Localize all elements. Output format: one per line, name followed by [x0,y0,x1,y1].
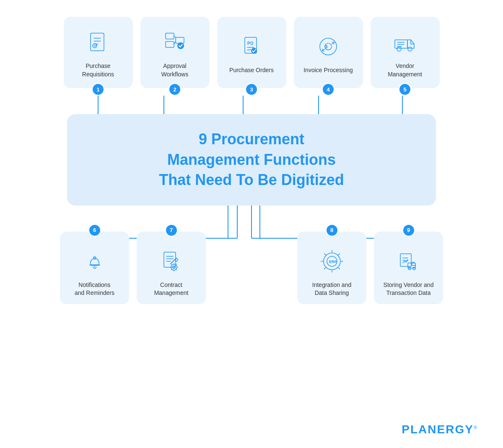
card-contract-management: 7 [137,232,206,304]
card-vendor-management: VendorManagement 5 [371,17,440,88]
storing-icon [394,247,423,276]
planergy-logo: PLANERGY® [402,423,478,436]
card-label-9: Storing Vendor andTransaction Data [384,281,434,297]
svg-line-40 [176,269,176,270]
svg-text:$: $ [325,44,328,49]
svg-point-59 [413,267,415,270]
svg-point-22 [408,47,412,51]
svg-point-58 [408,267,411,270]
card-label-8: Integration andData Sharing [312,281,351,297]
invoice-icon: $ [314,32,343,61]
contract-icon [157,247,186,276]
center-box: 9 ProcurementManagement FunctionsThat Ne… [67,114,436,206]
svg-point-15 [251,48,257,54]
svg-point-10 [177,42,184,49]
svg-point-21 [397,47,401,51]
card-purchase-requisitions: PurchaseRequisitions 1 [64,17,133,88]
svg-text:ERP: ERP [329,260,337,264]
badge-7: 7 [165,224,178,237]
card-integration: 8 ERP Integration an [297,232,366,304]
main-container: PurchaseRequisitions 1 ApprovalWorkflows… [0,0,503,448]
purchase-req-icon [83,28,113,57]
card-approval-workflows: ApprovalWorkflows 2 [140,17,210,88]
badge-1: 1 [92,83,104,96]
card-label-3: Purchase Orders [229,66,274,75]
card-label-5: VendorManagement [388,62,422,78]
svg-line-53 [324,268,325,269]
purchase-orders-icon: PO [237,32,266,61]
card-label-2: ApprovalWorkflows [161,62,188,78]
card-notifications: 6 Notificationsand Reminders [60,232,129,304]
card-invoice-processing: $ Invoice Processing 4 [294,17,363,88]
integration-icon: ERP [317,247,347,276]
card-purchase-orders: PO Purchase Orders 3 [217,17,286,88]
svg-line-52 [338,254,340,255]
notifications-icon [80,247,109,276]
svg-point-16 [320,38,337,55]
svg-rect-0 [91,33,104,51]
svg-line-39 [171,264,171,265]
badge-6: 6 [88,224,101,237]
vendor-icon [390,28,420,57]
badge-9: 9 [402,224,415,237]
card-label-7: ContractManagement [154,281,189,297]
svg-rect-7 [176,37,184,43]
badge-3: 3 [245,83,258,96]
svg-rect-20 [395,40,407,48]
card-label-6: Notificationsand Reminders [75,281,114,297]
badge-5: 5 [399,83,411,96]
svg-line-50 [324,254,325,255]
badge-2: 2 [169,83,181,96]
svg-rect-28 [164,252,176,267]
svg-rect-54 [400,254,411,266]
top-row: PurchaseRequisitions 1 ApprovalWorkflows… [25,17,478,88]
svg-rect-6 [166,42,174,47]
svg-text:PO: PO [247,41,254,46]
card-storing: 9 Storing Vendor andTransaction Data [374,232,443,304]
svg-line-51 [338,268,340,269]
center-title: 9 ProcurementManagement FunctionsThat Ne… [84,129,419,190]
svg-line-42 [171,269,171,270]
svg-rect-5 [166,33,174,39]
badge-8: 8 [326,224,338,237]
card-label-4: Invoice Processing [303,66,353,75]
badge-4: 4 [322,83,334,96]
bottom-row: 6 Notificationsand Reminders 7 [25,232,478,304]
card-label-1: PurchaseRequisitions [82,62,114,78]
svg-line-41 [176,264,176,265]
approval-icon [160,28,189,57]
